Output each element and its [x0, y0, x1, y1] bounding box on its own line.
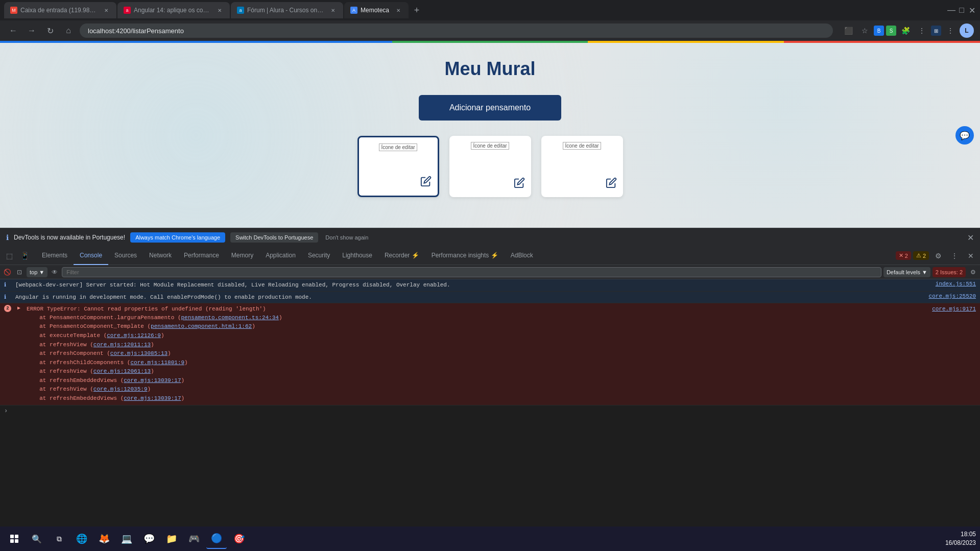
always-match-language-button[interactable]: Always match Chrome's language [130, 232, 225, 243]
tab-close-angular[interactable]: ✕ [216, 6, 224, 14]
extension-btn-2[interactable]: S [886, 26, 896, 36]
stack-link-4[interactable]: core.mjs:12011:13 [93, 342, 151, 348]
stack-line-8: at refreshEmbeddedViews (core.mjs:13039:… [33, 376, 976, 386]
error-badge[interactable]: ✕ 2 [896, 251, 911, 260]
tab-gmail[interactable]: M Caixa de entrada (119.986) - luca... ✕ [4, 2, 116, 18]
reload-button[interactable]: ↻ [43, 23, 57, 38]
epic-taskbar-btn[interactable]: 🎯 [229, 529, 249, 549]
tab-performance[interactable]: Performance [178, 247, 225, 265]
notification-close-button[interactable]: ✕ [967, 233, 974, 243]
card-edit-icon-1[interactable] [420, 176, 432, 189]
console-settings-button[interactable]: ⚙ [968, 267, 978, 277]
stack-link-10[interactable]: core.mjs:13039:17 [124, 395, 181, 401]
cards-row: Ícone de editar Ícone de editar [357, 136, 623, 197]
start-button[interactable] [4, 529, 25, 549]
tab-elements[interactable]: Elements [36, 247, 74, 265]
devtools-settings-button[interactable]: ⚙ [931, 249, 945, 263]
thought-card-3[interactable]: Ícone de editar [541, 136, 623, 197]
devtools-close-button[interactable]: ✕ [964, 249, 978, 263]
card-edit-icon-3[interactable] [606, 177, 617, 191]
devtools-more-button[interactable]: ⋮ [947, 249, 962, 263]
tab-close-gmail[interactable]: ✕ [102, 6, 110, 14]
minimize-button[interactable]: — [947, 6, 955, 14]
cast-button[interactable]: ⬛ [841, 23, 855, 38]
console-filter-input[interactable] [62, 267, 881, 277]
tab-application[interactable]: Application [259, 247, 302, 265]
context-selector[interactable]: top ▼ [27, 267, 47, 277]
home-button[interactable]: ⌂ [61, 23, 76, 38]
extension-btn-1[interactable]: B [874, 26, 884, 36]
new-tab-button[interactable]: + [410, 3, 424, 17]
thought-card-2[interactable]: Ícone de editar [449, 136, 531, 197]
stack-link-2[interactable]: pensamento.component.html:1:62 [151, 323, 252, 329]
stack-link-1[interactable]: pensamento.component.ts:24:34 [181, 315, 278, 321]
log-levels-button[interactable]: Default levels ▼ [883, 267, 930, 277]
console-link-2[interactable]: core.mjs:25520 [929, 293, 976, 299]
tab-recorder[interactable]: Recorder ⚡ [378, 247, 425, 265]
task-view-button[interactable]: ⧉ [49, 529, 69, 549]
devtools-device-button[interactable]: 📱 [17, 249, 32, 263]
address-input[interactable] [80, 23, 833, 38]
forward-button[interactable]: → [25, 23, 39, 38]
stack-link-8[interactable]: core.mjs:13039:17 [124, 377, 181, 384]
discord-taskbar-btn[interactable]: 💬 [139, 529, 159, 549]
issues-button[interactable]: 2 Issues: 2 [933, 267, 966, 277]
console-error-line: 2 ▶ ERROR TypeError: Cannot read propert… [0, 303, 980, 405]
stack-link-3[interactable]: core.mjs:12126:9 [107, 332, 161, 339]
tab-network[interactable]: Network [143, 247, 178, 265]
warning-badge[interactable]: ⚠ 2 [913, 251, 929, 260]
back-button[interactable]: ← [6, 23, 20, 38]
steam-taskbar-btn[interactable]: 🎮 [184, 529, 204, 549]
extension-btn-3[interactable]: ⊞ [931, 26, 941, 36]
stack-link-5[interactable]: core.mjs:13085:13 [110, 350, 168, 356]
search-button[interactable]: 🔍 [27, 529, 47, 549]
tab-adblock[interactable]: AdBlock [505, 247, 539, 265]
dont-show-again-button[interactable]: Don't show again [323, 233, 370, 242]
stack-link-7[interactable]: core.mjs:12061:13 [93, 368, 151, 374]
taskbar-clock[interactable]: 18:05 16/08/2023 [945, 530, 976, 547]
switch-to-portuguese-button[interactable]: Switch DevTools to Portuguese [230, 232, 318, 243]
tab-memoteca[interactable]: A Memoteca ✕ [344, 2, 409, 18]
edge-taskbar-btn[interactable]: 🌐 [71, 529, 92, 549]
taskbar-time-value: 18:05 [945, 530, 976, 539]
tab-close-alura[interactable]: ✕ [329, 6, 337, 14]
stack-link-6[interactable]: core.mjs:11801:9 [130, 360, 184, 366]
tab-search-button[interactable]: ⋮ [915, 23, 929, 38]
tab-memory[interactable]: Memory [225, 247, 259, 265]
card-edit-icon-2[interactable] [514, 177, 525, 191]
tab-lighthouse[interactable]: Lighthouse [336, 247, 378, 265]
devtools-inspect-button[interactable]: ⬚ [2, 249, 16, 263]
tab-console[interactable]: Console [74, 247, 108, 265]
console-prompt-input[interactable] [11, 408, 976, 414]
tab-alura[interactable]: a Fórum | Alura - Cursos online de... ✕ [231, 2, 343, 18]
tab-performance-insights[interactable]: Performance insights ⚡ [425, 247, 505, 265]
tab-security[interactable]: Security [302, 247, 336, 265]
console-clear-button[interactable]: 🚫 [2, 267, 12, 277]
stack-link-9[interactable]: core.mjs:12035:9 [93, 386, 148, 392]
error-link-main[interactable]: core.mjs:9171 [932, 306, 976, 312]
tab-angular[interactable]: a Angular 14: aplique os conceitos... ✕ [117, 2, 230, 18]
explorer-taskbar-btn[interactable]: 📁 [161, 529, 182, 549]
steam-icon: 🎮 [188, 533, 200, 544]
profile-button[interactable]: L [960, 23, 974, 38]
menu-button[interactable]: ⋮ [943, 23, 958, 38]
vscode-taskbar-btn[interactable]: 💻 [116, 529, 137, 549]
tab-sources[interactable]: Sources [108, 247, 143, 265]
close-button[interactable]: ✕ [968, 6, 976, 14]
tab-close-memoteca[interactable]: ✕ [394, 6, 402, 14]
console-filter-button[interactable]: ⊡ [14, 267, 25, 277]
bookmark-button[interactable]: ☆ [857, 23, 872, 38]
firefox-taskbar-btn[interactable]: 🦊 [94, 529, 114, 549]
maximize-button[interactable]: □ [958, 6, 966, 14]
stack-line-5: at refreshComponent (core.mjs:13085:13) [33, 349, 976, 358]
error-expand-icon[interactable]: ▶ [17, 305, 20, 311]
thought-card-1[interactable]: Ícone de editar [357, 136, 439, 197]
page-content: Meu Mural Adicionar pensamento Ícone de … [0, 43, 980, 228]
add-thought-button[interactable]: Adicionar pensamento [419, 95, 561, 121]
devtools-tabs: Elements Console Sources Network Perform… [36, 247, 896, 265]
console-eye-button[interactable]: 👁 [50, 267, 60, 277]
chrome-taskbar-btn[interactable]: 🔵 [206, 529, 227, 549]
error-main-text: ERROR TypeError: Cannot read properties … [27, 305, 932, 314]
extensions-button[interactable]: 🧩 [898, 23, 913, 38]
console-link-1[interactable]: index.js:551 [936, 281, 976, 287]
